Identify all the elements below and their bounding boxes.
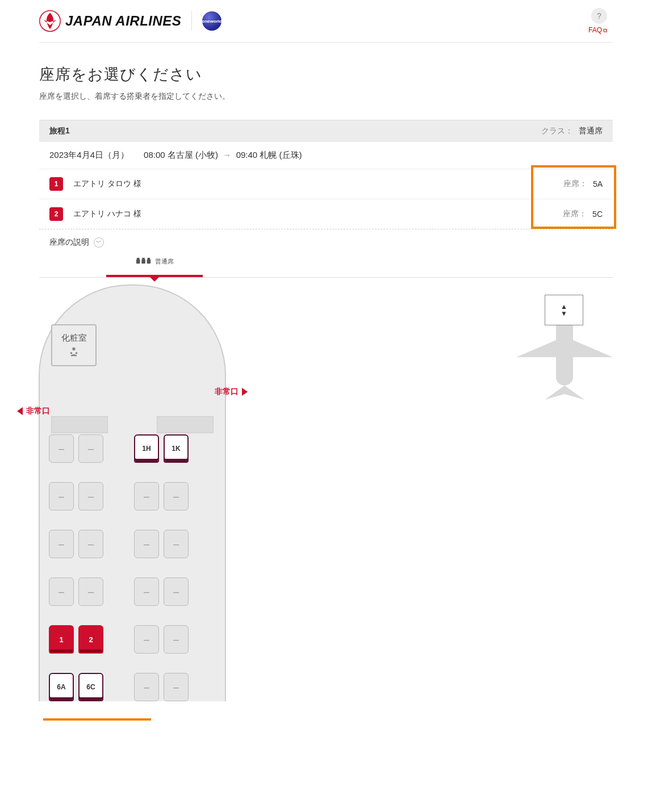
seat-pair: ––	[49, 530, 103, 558]
seat-label: 座席：	[563, 179, 587, 189]
seat-row: ––1H1K	[49, 434, 216, 463]
seat-selected[interactable]: 1	[49, 625, 74, 654]
seat-unavailable: –	[164, 673, 189, 701]
page-header: JAPAN AIRLINES oneworld ? FAQ⧉	[39, 0, 613, 43]
class-value: 普通席	[579, 126, 603, 135]
seat-row: 12––	[49, 625, 216, 654]
seat-value: 5C	[592, 210, 603, 219]
seat-available[interactable]: 6C	[78, 673, 103, 701]
help-button[interactable]: ?	[591, 8, 607, 24]
fuselage: 化粧室 非常口 非常口 ––1H1K––––––––––––12––6A6C––	[39, 284, 226, 701]
seat-unavailable: –	[164, 577, 189, 606]
svg-marker-12	[573, 340, 613, 357]
oneworld-logo[interactable]: oneworld	[202, 11, 221, 31]
seat-legend-toggle[interactable]: 座席の説明 ﹀	[39, 229, 613, 252]
seat-unavailable: –	[49, 530, 74, 558]
brand-block: JAPAN AIRLINES oneworld	[39, 10, 221, 32]
seat-available[interactable]: 1H	[134, 434, 159, 463]
flight-segment: 08:00 名古屋 (小牧) → 09:40 札幌 (丘珠)	[144, 150, 302, 161]
svg-point-7	[72, 347, 76, 350]
exit-right: 非常口	[215, 387, 248, 397]
jal-crane-icon	[39, 10, 61, 32]
class-tabs: 普通席	[39, 256, 613, 278]
passenger-row-1[interactable]: 1 エアトリ タロウ 様 座席： 5A	[39, 169, 613, 199]
seat-unavailable: –	[78, 530, 103, 558]
seat-unavailable: –	[164, 625, 189, 654]
brand-text: JAPAN AIRLINES	[65, 13, 181, 29]
seat-rows: ––1H1K––––––––––––12––6A6C––	[40, 434, 225, 701]
seats-icon	[136, 257, 152, 266]
storage-box	[157, 416, 214, 433]
seat-unavailable: –	[134, 577, 159, 606]
seat-pair: ––	[134, 625, 189, 654]
passenger-name: エアトリ ハナコ 様	[73, 209, 141, 219]
storage-box	[51, 416, 108, 433]
seat-pair: ––	[134, 673, 189, 701]
svg-marker-13	[545, 386, 584, 400]
class-tab-economy[interactable]: 普通席	[136, 257, 174, 266]
class-tab-indicator	[106, 275, 203, 277]
flight-date: 2023年4月4日（月）	[49, 150, 129, 161]
seat-pair: ––	[49, 434, 103, 463]
svg-rect-5	[147, 259, 151, 263]
chevron-down-icon: ﹀	[94, 237, 104, 248]
svg-rect-4	[142, 258, 145, 260]
faq-link[interactable]: FAQ⧉	[588, 26, 607, 34]
storage-row	[51, 416, 214, 433]
seat-unavailable: –	[49, 434, 74, 463]
seat-unavailable: –	[134, 530, 159, 558]
svg-rect-6	[148, 258, 151, 260]
class-label: クラス：	[541, 126, 573, 135]
seat-row: ––––	[49, 482, 216, 510]
itinerary-label: 旅程1	[49, 126, 70, 136]
arrow-icon: →	[223, 150, 231, 160]
help-group: ? FAQ⧉	[588, 8, 607, 34]
passenger-badge: 2	[49, 207, 63, 221]
svg-marker-11	[516, 340, 556, 357]
mini-plane: ▲ ▼	[516, 295, 613, 405]
seat-available[interactable]: 6A	[49, 673, 74, 701]
seatmap-scroll-control[interactable]: ▲ ▼	[545, 295, 583, 325]
seat-unavailable: –	[49, 482, 74, 510]
seat-unavailable: –	[164, 482, 189, 510]
seat-unavailable: –	[134, 673, 159, 701]
seat-pair: 1H1K	[134, 434, 189, 463]
seat-unavailable: –	[134, 625, 159, 654]
jal-logo[interactable]: JAPAN AIRLINES	[39, 10, 181, 32]
seat-unavailable: –	[134, 482, 159, 510]
svg-rect-1	[136, 259, 140, 263]
seat-pair: 12	[49, 625, 103, 654]
seat-unavailable: –	[78, 482, 103, 510]
seat-available[interactable]: 1K	[164, 434, 189, 463]
passenger-name: エアトリ タロウ 様	[73, 179, 141, 189]
flight-row: 2023年4月4日（月） 08:00 名古屋 (小牧) → 09:40 札幌 (…	[39, 142, 613, 169]
seat-pair: ––	[134, 530, 189, 558]
seat-row: 6A6C––	[49, 673, 216, 701]
svg-point-8	[70, 352, 73, 354]
itinerary-class: クラス： 普通席	[541, 126, 603, 136]
seat-unavailable: –	[49, 577, 74, 606]
seatmap-area: 化粧室 非常口 非常口 ––1H1K––––––––––––12––6A6C––	[39, 278, 613, 721]
seat-label: 座席：	[563, 209, 587, 219]
itinerary-block: 旅程1 クラス： 普通席 2023年4月4日（月） 08:00 名古屋 (小牧)…	[39, 120, 613, 252]
seat-unavailable: –	[78, 577, 103, 606]
seat-row: ––––	[49, 530, 216, 558]
baby-icon	[68, 346, 80, 358]
seat-pair: ––	[134, 577, 189, 606]
seat-pair: 6A6C	[49, 673, 103, 701]
passenger-row-2[interactable]: 2 エアトリ ハナコ 様 座席： 5C	[39, 199, 613, 229]
seat-pair: ––	[49, 577, 103, 606]
seat-pair: ––	[134, 482, 189, 510]
lavatory: 化粧室	[51, 324, 97, 366]
seat-selected[interactable]: 2	[78, 625, 103, 654]
seat-unavailable: –	[78, 434, 103, 463]
page-subtitle: 座席を選択し、着席する搭乗者を指定してください。	[39, 91, 613, 102]
seat-unavailable: –	[164, 530, 189, 558]
svg-point-9	[76, 352, 78, 354]
page-title: 座席をお選びください	[39, 64, 613, 85]
external-link-icon: ⧉	[603, 27, 607, 34]
triangle-down-icon: ▼	[561, 310, 567, 317]
seat-pair: ––	[49, 482, 103, 510]
exit-left: 非常口	[17, 406, 50, 416]
seat-row: ––––	[49, 577, 216, 606]
